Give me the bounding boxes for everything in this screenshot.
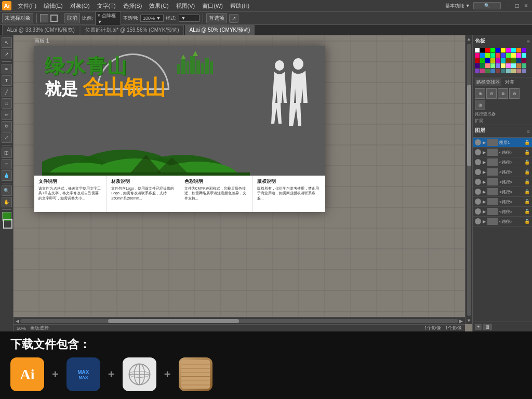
layer-lock[interactable]: 🔒 (524, 199, 530, 204)
preferences[interactable]: ↗ (229, 14, 238, 23)
mesh-tool[interactable]: ⌗ (2, 159, 12, 169)
color-swatch[interactable] (475, 69, 480, 73)
menu-view[interactable]: 视图(V) (173, 1, 198, 11)
color-swatch[interactable] (506, 69, 511, 73)
tab-align[interactable]: 对齐 (503, 78, 516, 86)
scroll-up-arrow[interactable]: ▲ (466, 35, 472, 43)
close-btn[interactable]: × (522, 2, 530, 9)
style-input[interactable]: ▼ (179, 15, 200, 22)
zoom-level[interactable]: 50% (17, 326, 26, 331)
color-swatch[interactable] (501, 58, 506, 63)
layer-item[interactable]: ▶<路径>🔒 (473, 207, 532, 217)
color-swatch[interactable] (522, 69, 526, 73)
scroll-track-v[interactable] (467, 44, 471, 316)
layer-lock[interactable]: 🔒 (524, 169, 530, 175)
color-swatch[interactable] (501, 53, 506, 58)
maximize-btn[interactable]: □ (513, 2, 521, 9)
layer-visibility[interactable] (475, 179, 481, 185)
color-swatch[interactable] (490, 63, 495, 68)
layer-visibility[interactable] (475, 159, 481, 165)
rotate-tool[interactable]: ↻ (2, 121, 12, 131)
layer-item[interactable]: ▶<路径>🔒 (473, 167, 532, 177)
layer-lock[interactable]: 🔒 (524, 219, 530, 224)
layer-expand[interactable]: ▶ (483, 219, 486, 224)
color-swatch[interactable] (511, 53, 516, 58)
hand-tool[interactable]: ✋ (2, 197, 12, 207)
layer-item[interactable]: ▶<路径>🔒 (473, 157, 532, 167)
canvas-area[interactable]: 觉图网 画板 1 (14, 35, 472, 331)
menu-type[interactable]: 文字(T) (94, 1, 119, 11)
color-swatch[interactable] (516, 48, 521, 52)
layer-visibility[interactable] (475, 208, 481, 215)
color-swatch[interactable] (490, 48, 495, 52)
color-swatch[interactable] (496, 48, 500, 52)
delete-layer-btn[interactable]: 🗑 (483, 324, 492, 330)
menu-effect[interactable]: 效果(C) (146, 1, 171, 11)
color-swatch[interactable] (506, 58, 511, 63)
pen-tool[interactable]: ✒ (2, 64, 12, 74)
layer-expand[interactable]: ▶ (483, 209, 486, 214)
color-swatch[interactable] (501, 48, 506, 52)
color-swatch[interactable] (490, 69, 495, 73)
zoom-tool[interactable]: 🔍 (2, 185, 12, 196)
color-swatch[interactable] (501, 69, 506, 73)
menu-help[interactable]: 帮助(H) (227, 1, 252, 11)
layer-lock[interactable]: 🔒 (524, 159, 530, 165)
layer-visibility[interactable] (475, 218, 481, 224)
layer-expand[interactable]: ▶ (483, 150, 486, 155)
search-box[interactable]: 🔍 (473, 2, 501, 9)
gradient-tool[interactable]: ◫ (2, 148, 12, 158)
color-swatch[interactable] (501, 63, 506, 68)
path-exclude[interactable]: ⊘ (509, 88, 520, 99)
layer-lock[interactable]: 🔒 (524, 140, 530, 145)
type-tool[interactable]: T (2, 75, 12, 86)
layer-visibility[interactable] (475, 198, 481, 205)
layer-expand[interactable]: ▶ (483, 190, 486, 194)
layers-menu[interactable]: ≡ (527, 128, 530, 134)
layer-item[interactable]: ▶<路径>🔒 (473, 148, 532, 157)
color-swatch[interactable] (485, 63, 490, 68)
color-swatch[interactable] (516, 58, 521, 63)
tab-1[interactable]: 位置部计划.ai* @ 159.56% (CMYK/预览) (81, 25, 184, 35)
color-swatch[interactable] (475, 58, 480, 63)
scale-input[interactable]: S 点阵框 ▼ (95, 11, 121, 25)
rect-tool[interactable]: □ (2, 98, 12, 109)
scroll-down-arrow[interactable]: ▼ (466, 317, 472, 324)
layer-expand[interactable]: ▶ (483, 180, 486, 184)
layer-visibility[interactable] (475, 189, 481, 195)
brush-tool[interactable]: ✏ (2, 110, 12, 120)
path-divide[interactable]: ⊞ (475, 100, 485, 110)
color-swatch[interactable] (496, 63, 500, 68)
color-swatch[interactable] (485, 53, 490, 58)
color-swatch[interactable] (475, 48, 480, 52)
cancel-btn[interactable]: 取消 (64, 13, 80, 23)
color-swatch[interactable] (506, 53, 511, 58)
scroll-left-arrow[interactable]: ◀ (15, 318, 20, 324)
opacity-input[interactable]: 100% ▼ (140, 15, 164, 22)
menu-edit[interactable]: 编辑(E) (41, 1, 66, 11)
color-swatch[interactable] (511, 69, 516, 73)
scroll-thumb-v[interactable] (467, 85, 471, 166)
color-swatch[interactable] (480, 69, 485, 73)
color-swatch[interactable] (480, 48, 485, 52)
layer-expand[interactable]: ▶ (483, 200, 486, 204)
path-unite[interactable]: ⊕ (475, 88, 485, 99)
menu-file[interactable]: 文件(F) (15, 1, 39, 11)
color-swatch[interactable] (485, 58, 490, 63)
layer-lock[interactable]: 🔒 (524, 150, 530, 155)
layer-item[interactable]: ▶<路径>🔒 (473, 217, 532, 227)
color-swatch[interactable] (522, 63, 526, 68)
path-intersect[interactable]: ⊗ (498, 88, 508, 99)
layer-lock[interactable]: 🔒 (524, 189, 530, 194)
stroke-swatch[interactable] (3, 219, 12, 229)
color-swatch[interactable] (490, 53, 495, 58)
scroll-right-arrow[interactable]: ▶ (458, 318, 464, 324)
doc-settings[interactable]: 首选项 (206, 13, 227, 23)
color-swatch[interactable] (496, 58, 500, 63)
line-tool[interactable]: ╱ (2, 87, 12, 97)
layer-item[interactable]: ▶<路径>🔒 (473, 187, 532, 197)
new-layer-btn[interactable]: + (475, 324, 482, 330)
color-swatch[interactable] (480, 63, 485, 68)
layer-expand[interactable]: ▶ (483, 160, 486, 165)
select-tool[interactable]: ↖ (2, 37, 12, 48)
